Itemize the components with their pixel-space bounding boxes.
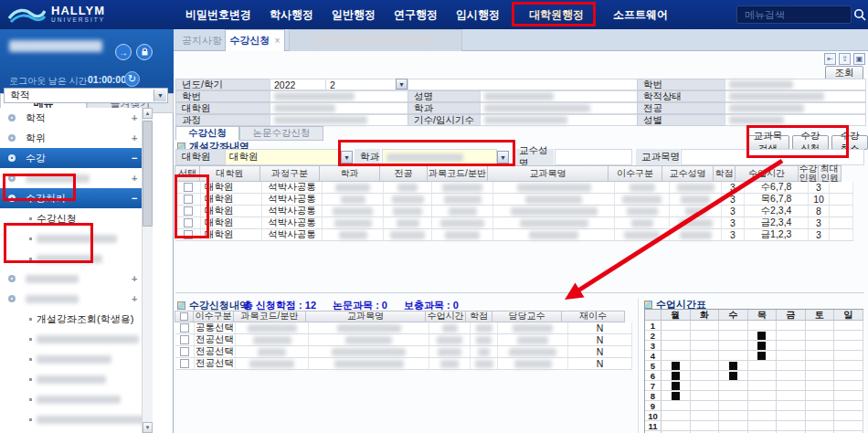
row-checkbox[interactable] xyxy=(184,195,193,204)
dock-left-icon[interactable]: ⇤ xyxy=(824,53,836,65)
sidebar-item-redacted-9[interactable]: + xyxy=(0,269,142,289)
professor-filter-input[interactable] xyxy=(555,149,632,165)
timetable-cell xyxy=(834,411,863,421)
row-checkbox[interactable] xyxy=(180,323,189,333)
column-header-10[interactable]: 학점 xyxy=(713,165,736,182)
nav-item-3[interactable]: 일반행정 xyxy=(332,7,376,23)
subtab-1[interactable]: 수강신청 xyxy=(175,126,239,141)
sidebar-scrollbar[interactable]: ▲ ▼ xyxy=(142,108,153,433)
nav-item-5[interactable]: 입시행정 xyxy=(456,7,500,23)
chevron-down-icon[interactable]: ▼ xyxy=(341,151,353,164)
expand-icon[interactable]: ⇧ xyxy=(839,53,851,65)
row-checkbox[interactable] xyxy=(180,335,189,344)
select-all-checkbox[interactable] xyxy=(180,312,188,321)
column-header-8[interactable]: 이수구분 xyxy=(608,165,662,182)
logout-icon[interactable]: → xyxy=(115,44,132,60)
sidebar-item-학적[interactable]: 학적+ xyxy=(0,108,142,128)
sidebar-item-redacted-4[interactable]: + xyxy=(0,168,142,188)
column-header-2[interactable]: 대학원 xyxy=(199,165,260,182)
nav-item-2[interactable]: 학사행정 xyxy=(270,7,313,23)
sidebar-item-redacted-15[interactable] xyxy=(0,389,142,409)
subtab-2[interactable]: 논문수강신청 xyxy=(239,126,323,141)
document-tab-2[interactable]: 수강신청× xyxy=(225,29,285,51)
semester-select[interactable]: 2 ▼ xyxy=(325,79,408,90)
nav-item-1[interactable]: 비밀번호변경 xyxy=(185,7,251,23)
column-header-7[interactable]: 담당교수 xyxy=(492,311,562,322)
scroll-up-icon[interactable]: ▲ xyxy=(143,108,153,119)
sidebar-item-개설강좌조회(학생용)[interactable]: 개설강좌조회(학생용) xyxy=(0,309,142,329)
top-navigation: HALLYM UNIVERSITY 비밀번호변경학사행정일반행정연구행정입시행정… xyxy=(0,0,868,29)
column-header-12[interactable]: 수강 인원 xyxy=(798,165,819,182)
nav-item-4[interactable]: 연구행정 xyxy=(394,7,438,23)
sidebar-item-redacted-8[interactable] xyxy=(0,248,142,269)
cell xyxy=(498,334,568,346)
expand-icon[interactable]: + xyxy=(132,132,137,143)
year-value[interactable]: 2022 xyxy=(270,79,326,90)
collapse-icon[interactable]: − xyxy=(132,193,137,204)
close-icon[interactable]: × xyxy=(275,36,281,46)
expand-icon[interactable]: + xyxy=(132,173,137,184)
search-icon[interactable] xyxy=(853,8,866,21)
redacted-cell xyxy=(390,231,425,239)
row-checkbox[interactable] xyxy=(184,218,193,227)
timetable-cell xyxy=(662,351,691,361)
chevron-down-icon[interactable]: ▼ xyxy=(497,151,509,164)
menu-search-input[interactable] xyxy=(737,6,851,23)
column-header-9[interactable]: 교수성명 xyxy=(662,165,714,182)
column-header-13[interactable]: 최대 인원 xyxy=(818,165,842,182)
column-header-4[interactable]: 교과목명 xyxy=(305,311,426,322)
sidebar-item-redacted-13[interactable] xyxy=(0,349,142,369)
sidebar-item-학위[interactable]: 학위+ xyxy=(0,128,142,148)
nav-item-7[interactable]: 소프트웨어 xyxy=(613,7,668,23)
sidebar-item-redacted-14[interactable] xyxy=(0,369,142,389)
lock-icon[interactable] xyxy=(136,44,153,60)
column-header-6[interactable]: 학점 xyxy=(465,311,492,322)
action-button-1[interactable]: 교과목검색 xyxy=(746,135,789,150)
sidebar-item-redacted-7[interactable] xyxy=(0,228,142,248)
column-header-5[interactable]: 수업시간 xyxy=(425,311,466,322)
row-checkbox[interactable] xyxy=(180,347,189,356)
row-checkbox[interactable] xyxy=(184,206,193,216)
sidebar-item-redacted-10[interactable]: + xyxy=(0,289,142,309)
row-checkbox[interactable] xyxy=(184,230,193,239)
scroll-down-icon[interactable]: ▼ xyxy=(143,422,153,433)
column-header-8[interactable]: 재이수 xyxy=(561,311,625,322)
expand-icon[interactable]: + xyxy=(132,293,137,304)
column-header-1[interactable]: 선택 xyxy=(175,165,200,182)
refresh-timer-icon[interactable]: ↻ xyxy=(124,71,140,87)
dept-filter-value[interactable] xyxy=(382,149,497,165)
nav-item-6[interactable]: 대학원행정 xyxy=(529,7,584,23)
column-header-11[interactable]: 수업시간 xyxy=(735,165,799,182)
university-logo: HALLYM UNIVERSITY xyxy=(7,3,105,26)
expand-icon[interactable]: + xyxy=(132,112,137,123)
redacted-value xyxy=(484,92,554,100)
sidebar-item-redacted-16[interactable] xyxy=(0,409,142,429)
category-dropdown[interactable]: 학적 ▼ xyxy=(4,88,168,103)
sidebar-item-redacted-12[interactable] xyxy=(0,329,142,349)
document-tab-1[interactable]: 공지사항 xyxy=(181,29,223,51)
sidebar-item-수강신청[interactable]: 수강신청 xyxy=(0,208,142,228)
row-checkbox[interactable] xyxy=(184,183,193,192)
action-button-2[interactable]: 수강신청 xyxy=(792,135,829,150)
column-header-1[interactable] xyxy=(175,311,194,322)
cell xyxy=(236,346,309,358)
column-header-6[interactable]: 과목코드/분반 xyxy=(427,165,488,182)
row-checkbox[interactable] xyxy=(180,359,189,368)
scrollbar-thumb[interactable] xyxy=(143,121,153,227)
action-button-3[interactable]: 수강취소 xyxy=(831,135,868,150)
chevron-down-icon[interactable]: ▼ xyxy=(396,79,408,90)
column-header-3[interactable]: 과정구분 xyxy=(259,165,320,182)
sidebar-item-수강[interactable]: 수강− xyxy=(0,148,142,168)
sidebar-item-수강처리[interactable]: 수강처리− xyxy=(0,188,142,208)
chevron-down-icon[interactable]: ▼ xyxy=(153,90,166,101)
column-header-5[interactable]: 전공 xyxy=(379,165,428,182)
column-header-3[interactable]: 과목코드/분반 xyxy=(233,311,306,322)
expand-icon[interactable]: + xyxy=(132,273,137,284)
collapse-icon[interactable]: − xyxy=(132,153,137,164)
close-tabs-icon[interactable]: ▣ xyxy=(853,53,865,65)
column-header-4[interactable]: 학과 xyxy=(319,165,380,182)
column-header-7[interactable]: 교과목명 xyxy=(487,165,609,182)
school-filter-value[interactable]: 대학원 xyxy=(225,149,341,165)
document-tab-3[interactable] xyxy=(289,29,462,51)
bullet-icon xyxy=(29,217,32,220)
